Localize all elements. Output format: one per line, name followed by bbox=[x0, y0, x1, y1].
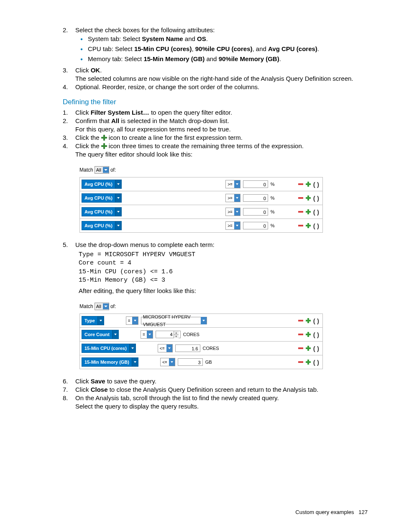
field-dropdown[interactable]: Avg CPU (%) bbox=[82, 207, 122, 216]
field-dropdown[interactable]: 15-Min Memory (GB) bbox=[82, 357, 138, 367]
group-icon[interactable]: ( ) bbox=[313, 359, 319, 366]
value-input[interactable]: 0 bbox=[243, 180, 268, 188]
filter-row: Avg CPU (%)>=0%( ) bbox=[80, 177, 322, 191]
field-dropdown[interactable]: Core Count bbox=[82, 330, 119, 339]
operator-dropdown[interactable]: >= bbox=[225, 194, 240, 202]
match-line: Match All of: bbox=[79, 166, 322, 174]
chevron-down-icon bbox=[103, 167, 109, 173]
page-footer: Custom query examples 127 bbox=[295, 509, 368, 515]
operator-dropdown[interactable]: >= bbox=[225, 180, 240, 188]
add-row-icon[interactable] bbox=[306, 223, 311, 228]
bullet-memory: • Memory tab: Select 15-Min Memory (GB) … bbox=[75, 55, 368, 64]
filter-row: Avg CPU (%)>=0%( ) bbox=[80, 205, 322, 219]
chevron-down-icon bbox=[97, 316, 104, 325]
remove-row-icon[interactable] bbox=[298, 183, 303, 185]
remove-row-icon[interactable] bbox=[298, 225, 303, 226]
field-dropdown[interactable]: Type bbox=[82, 316, 104, 325]
footer-text: Custom query examples bbox=[295, 509, 354, 515]
operator-label: = bbox=[143, 332, 145, 337]
remove-row-icon[interactable] bbox=[298, 211, 303, 213]
step-number: 5. bbox=[63, 241, 75, 248]
step-number: 7. bbox=[63, 386, 75, 393]
add-row-icon[interactable] bbox=[306, 346, 311, 351]
filter-row: Avg CPU (%)>=0%( ) bbox=[80, 191, 322, 205]
remove-row-icon[interactable] bbox=[298, 320, 303, 321]
step-text: Optional. Reorder, resize, or change the… bbox=[75, 83, 368, 90]
remove-row-icon[interactable] bbox=[298, 361, 303, 363]
step-after-text: The selected columns are now visible on … bbox=[75, 75, 368, 82]
chevron-down-icon bbox=[115, 194, 121, 202]
step-text: Select the check boxes for the following… bbox=[75, 26, 368, 33]
group-icon[interactable]: ( ) bbox=[313, 331, 319, 338]
step-after-text: The query filter editor should look like… bbox=[75, 151, 368, 158]
operator-dropdown[interactable]: >= bbox=[225, 221, 240, 230]
def-step-4: 4. Click the icon three times to create … bbox=[63, 142, 368, 158]
remove-row-icon[interactable] bbox=[298, 197, 303, 199]
add-row-icon[interactable] bbox=[306, 360, 311, 365]
chevron-down-icon bbox=[103, 303, 109, 309]
operator-label: >= bbox=[228, 182, 233, 187]
add-row-icon[interactable] bbox=[306, 209, 311, 214]
group-icon[interactable]: ( ) bbox=[313, 208, 319, 216]
field-dropdown[interactable]: Avg CPU (%) bbox=[82, 193, 122, 203]
add-row-icon[interactable] bbox=[306, 332, 311, 337]
field-dropdown[interactable]: 15-Min CPU (cores) bbox=[82, 344, 136, 353]
step-number: 8. bbox=[63, 394, 75, 410]
field-label: 15-Min CPU (cores) bbox=[84, 346, 127, 351]
spinner-control[interactable]: ▲▼ bbox=[174, 331, 179, 338]
step-number: 3. bbox=[63, 134, 75, 141]
filter-row: 15-Min Memory (GB)<=3GB( ) bbox=[80, 355, 322, 369]
operator-label: >= bbox=[228, 210, 233, 214]
field-label: Avg CPU (%) bbox=[84, 195, 113, 200]
value-input[interactable]: 3 bbox=[178, 358, 203, 366]
operator-dropdown[interactable]: >= bbox=[225, 208, 240, 216]
value-input[interactable]: 0 bbox=[243, 194, 268, 202]
group-icon[interactable]: ( ) bbox=[313, 222, 319, 229]
field-dropdown[interactable]: Avg CPU (%) bbox=[82, 180, 122, 189]
add-row-icon[interactable] bbox=[306, 182, 311, 187]
bullet-system: • System tab: Select System Name and OS. bbox=[75, 35, 368, 44]
chevron-down-icon bbox=[132, 317, 138, 324]
group-icon[interactable]: ( ) bbox=[313, 195, 319, 202]
remove-row-icon[interactable] bbox=[298, 334, 303, 335]
match-label: Match bbox=[79, 167, 93, 173]
after-code-text: After editing, the query filter looks li… bbox=[79, 287, 368, 294]
add-row-icon[interactable] bbox=[306, 318, 311, 323]
section-heading: Defining the filter bbox=[63, 98, 368, 106]
def-step-5: 5. Use the drop-down menus to complete e… bbox=[63, 241, 368, 248]
group-icon[interactable]: ( ) bbox=[313, 345, 319, 352]
value-input[interactable]: 1.6 bbox=[175, 344, 200, 352]
filter-row: Type=MICROSOFT HYPERV VMGUEST( ) bbox=[80, 314, 322, 328]
add-row-icon[interactable] bbox=[306, 195, 311, 200]
operator-dropdown[interactable]: = bbox=[126, 316, 138, 325]
chevron-down-icon bbox=[115, 221, 121, 230]
filter-editor-initial: Match All of: Avg CPU (%)>=0%( )Avg CPU … bbox=[79, 166, 322, 233]
filter-row: 15-Min CPU (cores)<=1.6CORES( ) bbox=[80, 342, 322, 355]
field-label: 15-Min Memory (GB) bbox=[84, 360, 129, 365]
group-icon[interactable]: ( ) bbox=[313, 317, 319, 324]
value-input[interactable]: 4▲▼ bbox=[156, 331, 181, 338]
step-number: 1. bbox=[63, 109, 75, 116]
row-controls: ( ) bbox=[298, 208, 319, 216]
match-dropdown[interactable]: All bbox=[95, 166, 109, 174]
bullet-icon: • bbox=[75, 45, 88, 54]
operator-label: = bbox=[128, 319, 130, 323]
operator-dropdown[interactable]: <= bbox=[160, 358, 175, 366]
chevron-down-icon bbox=[115, 180, 121, 188]
operator-dropdown[interactable]: = bbox=[141, 330, 153, 339]
match-dropdown[interactable]: All bbox=[95, 303, 109, 310]
filter-table: Avg CPU (%)>=0%( )Avg CPU (%)>=0%( )Avg … bbox=[79, 177, 323, 233]
group-icon[interactable]: ( ) bbox=[313, 181, 319, 188]
operator-dropdown[interactable]: <= bbox=[158, 344, 173, 352]
value-input[interactable]: MICROSOFT HYPERV VMGUEST bbox=[141, 317, 207, 324]
unit-label: % bbox=[271, 209, 296, 214]
row-controls: ( ) bbox=[298, 222, 319, 229]
step-after-text: Select the query to display the query re… bbox=[75, 403, 368, 410]
step-text: On the Analysis tab, scroll through the … bbox=[75, 394, 279, 401]
value-input[interactable]: 0 bbox=[243, 208, 268, 216]
value-input[interactable]: 0 bbox=[243, 222, 268, 229]
remove-row-icon[interactable] bbox=[298, 347, 303, 349]
step-number: 6. bbox=[63, 378, 75, 385]
field-dropdown[interactable]: Avg CPU (%) bbox=[82, 221, 122, 230]
filter-editor-completed: Match All of: Type=MICROSOFT HYPERV VMGU… bbox=[79, 303, 322, 369]
